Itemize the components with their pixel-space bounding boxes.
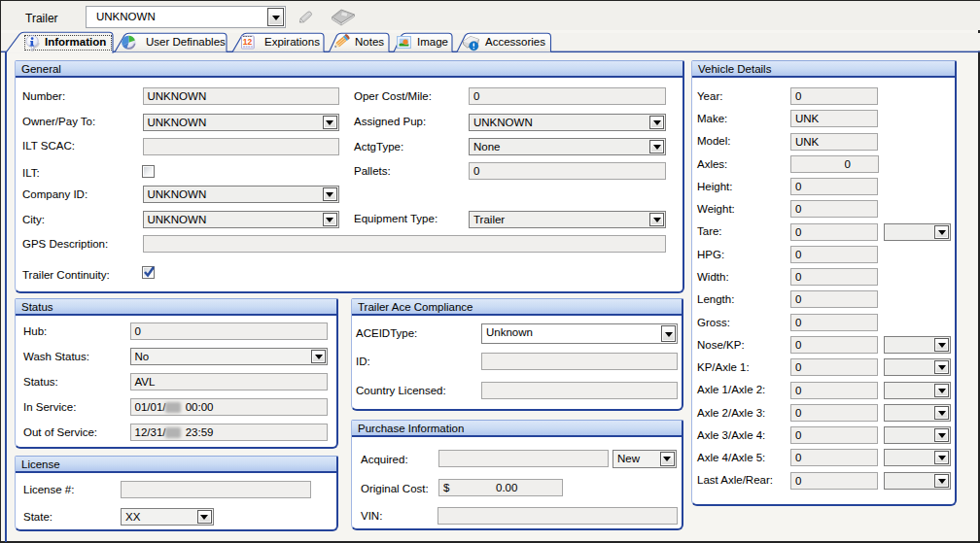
- svg-text:12: 12: [243, 37, 253, 47]
